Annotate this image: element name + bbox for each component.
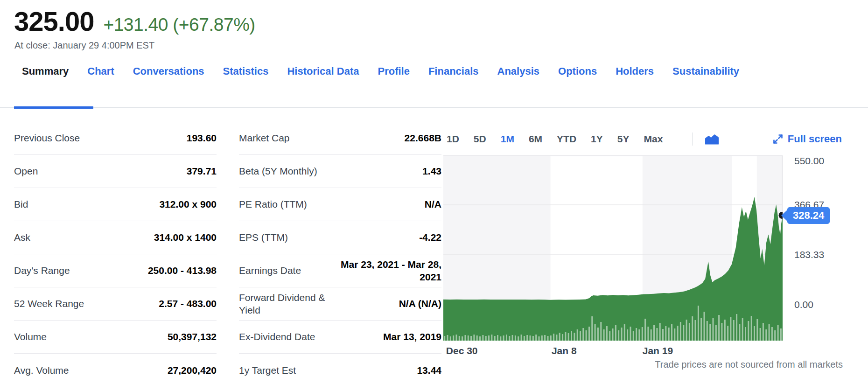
range-button-group: 1D5D1M6MYTD1Y5YMax <box>447 133 677 145</box>
quote-row-label: Day's Range <box>14 264 70 277</box>
x-axis-label: Jan 8 <box>552 345 577 356</box>
tab-bar: SummaryChartConversationsStatisticsHisto… <box>22 65 739 77</box>
quote-row-52-week-range: 52 Week Range2.57 - 483.00 <box>14 287 217 321</box>
quote-row-1y-target-est: 1y Target Est13.44 <box>239 354 441 387</box>
tab-profile[interactable]: Profile <box>378 65 409 77</box>
quote-row-label: Ask <box>14 231 30 244</box>
y-axis-label: 550.00 <box>794 155 824 167</box>
quote-table-left: Previous Close193.60Open379.71Bid312.00 … <box>14 122 217 387</box>
quote-row-beta-5y-monthly: Beta (5Y Monthly)1.43 <box>239 155 441 188</box>
quote-row-ask: Ask314.00 x 1400 <box>14 221 217 254</box>
quote-row-bid: Bid312.00 x 900 <box>14 188 217 221</box>
chart-module: 1D5D1M6MYTD1Y5YMax Full screen 550 <box>443 122 846 391</box>
tab-chart[interactable]: Chart <box>87 65 114 77</box>
tab-bar-border <box>0 107 868 108</box>
tab-holders[interactable]: Holders <box>616 65 654 77</box>
quote-row-label: EPS (TTM) <box>239 231 288 244</box>
quote-row-value: 193.60 <box>187 132 217 144</box>
tab-financials[interactable]: Financials <box>428 65 479 77</box>
quote-row-value: 250.00 - 413.98 <box>148 264 217 277</box>
quote-row-value: 22.668B <box>405 132 441 144</box>
full-screen-label: Full screen <box>788 133 842 145</box>
quote-row-avg-volume: Avg. Volume27,200,420 <box>14 354 217 387</box>
chart-toolbar: 1D5D1M6MYTD1Y5YMax Full screen <box>443 132 846 147</box>
tab-sustainability[interactable]: Sustainability <box>672 65 739 77</box>
range-button-6m[interactable]: 6M <box>529 133 542 145</box>
range-button-1d[interactable]: 1D <box>447 133 459 145</box>
range-button-1m[interactable]: 1M <box>501 133 514 145</box>
quote-row-label: Ex-Dividend Date <box>239 330 315 343</box>
quote-table-right: Market Cap22.668BBeta (5Y Monthly)1.43PE… <box>239 122 441 387</box>
quote-row-label: Volume <box>14 330 47 343</box>
current-price: 325.00 <box>14 6 94 37</box>
tab-conversations[interactable]: Conversations <box>133 65 204 77</box>
price-change: +131.40 (+67.87%) <box>103 14 255 35</box>
quote-row-value: 1.43 <box>422 165 441 177</box>
quote-row-label: Previous Close <box>14 132 80 144</box>
quote-row-value: -4.22 <box>419 231 441 244</box>
tab-statistics[interactable]: Statistics <box>223 65 269 77</box>
quote-row-forward-dividend-yield: Forward Dividend & YieldN/A (N/A) <box>239 287 441 321</box>
price-chart-plot[interactable] <box>443 155 783 341</box>
tab-summary[interactable]: Summary <box>22 65 69 77</box>
range-button-5d[interactable]: 5D <box>474 133 486 145</box>
tab-historical-data[interactable]: Historical Data <box>287 65 359 77</box>
quote-row-label: Forward Dividend & Yield <box>239 291 325 317</box>
range-button-max[interactable]: Max <box>644 133 663 145</box>
quote-row-label: Beta (5Y Monthly) <box>239 165 317 177</box>
quote-row-value: Mar 13, 2019 <box>383 330 441 343</box>
x-axis-label: Dec 30 <box>446 345 478 356</box>
y-axis-label: 183.33 <box>794 249 824 260</box>
quote-row-label: Open <box>14 165 38 177</box>
tab-analysis[interactable]: Analysis <box>497 65 540 77</box>
range-button-5y[interactable]: 5Y <box>617 133 630 145</box>
quote-page: 325.00 +131.40 (+67.87%) At close: Janua… <box>0 0 868 391</box>
quote-row-value: 2.57 - 483.00 <box>159 297 217 310</box>
range-button-ytd[interactable]: YTD <box>557 133 576 145</box>
at-close-timestamp: At close: January 29 4:00PM EST <box>14 40 154 51</box>
quote-row-value: N/A <box>425 198 441 210</box>
quote-row-label: PE Ratio (TTM) <box>239 198 307 210</box>
quote-row-value: Mar 23, 2021 - Mar 28, 2021 <box>339 258 441 284</box>
quote-row-open: Open379.71 <box>14 155 217 188</box>
quote-row-value: 50,397,132 <box>168 330 217 343</box>
tab-options[interactable]: Options <box>558 65 597 77</box>
quote-row-value: 314.00 x 1400 <box>154 231 217 244</box>
quote-row-value: 312.00 x 900 <box>159 198 217 210</box>
quote-row-value: 379.71 <box>187 165 217 177</box>
quote-row-previous-close: Previous Close193.60 <box>14 122 217 155</box>
active-tab-underline <box>14 106 93 109</box>
quote-row-market-cap: Market Cap22.668B <box>239 122 441 155</box>
toolbar-divider <box>692 133 693 146</box>
x-axis-label: Jan 19 <box>643 345 673 356</box>
quote-row-earnings-date: Earnings DateMar 23, 2021 - Mar 28, 2021 <box>239 254 441 287</box>
full-screen-button[interactable]: Full screen <box>772 133 842 145</box>
range-button-1y[interactable]: 1Y <box>591 133 603 145</box>
quote-row-day-s-range: Day's Range250.00 - 413.98 <box>14 254 217 287</box>
quote-row-label: Earnings Date <box>239 264 301 277</box>
quote-row-label: Bid <box>14 198 28 210</box>
quote-row-label: 52 Week Range <box>14 297 84 310</box>
y-axis-label: 0.00 <box>794 299 813 310</box>
expand-arrows-icon <box>772 133 784 145</box>
quote-row-value: N/A (N/A) <box>399 297 441 310</box>
area-chart-icon[interactable] <box>705 134 719 145</box>
quote-row-volume: Volume50,397,132 <box>14 321 217 354</box>
quote-row-pe-ratio-ttm: PE Ratio (TTM)N/A <box>239 188 441 221</box>
last-price-badge: 328.24 <box>787 207 830 224</box>
quote-row-label: Market Cap <box>239 132 290 144</box>
quote-row-label: 1y Target Est <box>239 364 296 377</box>
quote-row-label: Avg. Volume <box>14 364 69 377</box>
quote-header: 325.00 +131.40 (+67.87%) <box>14 6 255 37</box>
quote-row-ex-dividend-date: Ex-Dividend DateMar 13, 2019 <box>239 321 441 354</box>
trade-prices-disclaimer: Trade prices are not sourced from all ma… <box>655 359 843 370</box>
quote-row-eps-ttm: EPS (TTM)-4.22 <box>239 221 441 254</box>
quote-row-value: 27,200,420 <box>168 364 217 377</box>
quote-row-value: 13.44 <box>417 364 441 377</box>
